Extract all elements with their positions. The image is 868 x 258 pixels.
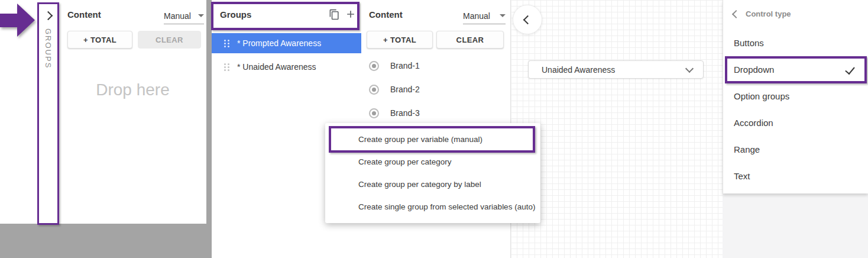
menu-item-create-single-group-auto[interactable]: Create single group from selected variab… xyxy=(325,195,540,218)
add-total-button[interactable]: + TOTAL xyxy=(367,31,433,49)
drop-here-placeholder: Drop here xyxy=(60,80,205,99)
group-item-prompted-awareness[interactable]: * Prompted Awareness xyxy=(212,33,361,53)
groups-rail[interactable]: GROUPS xyxy=(37,2,59,225)
annotation-arrow-tail xyxy=(0,14,18,27)
radio-label: Brand-2 xyxy=(390,85,420,94)
group-context-menu: Create group per variable (manual) Creat… xyxy=(325,123,540,223)
radio-option-brand-1[interactable]: Brand-1 xyxy=(369,56,420,76)
clear-button[interactable]: CLEAR xyxy=(436,31,504,49)
content-mode-select[interactable]: Manual xyxy=(463,8,506,24)
awareness-dropdown-value: Unaided Awareness xyxy=(542,65,615,75)
radio-option-brand-2[interactable]: Brand-2 xyxy=(369,79,420,99)
control-type-option-groups[interactable]: Option groups xyxy=(723,83,868,109)
control-type-label: Buttons xyxy=(734,38,764,48)
control-type-label: Text xyxy=(734,171,750,181)
radio-icon[interactable] xyxy=(369,108,379,118)
radio-option-brand-3[interactable]: Brand-3 xyxy=(369,103,420,123)
drag-handle-icon[interactable] xyxy=(224,63,229,71)
control-type-text[interactable]: Text xyxy=(723,163,868,189)
control-type-panel: Control type Buttons Dropdown Option gro… xyxy=(723,0,868,194)
dashboard-canvas: Unaided Awareness xyxy=(511,0,723,258)
control-type-label: Accordion xyxy=(734,118,773,128)
collapse-panel-button[interactable] xyxy=(513,5,542,34)
control-type-back[interactable]: Control type xyxy=(733,9,791,18)
control-type-label: Dropdown xyxy=(734,64,774,75)
radio-label: Brand-1 xyxy=(390,61,420,70)
group-item-unaided-awareness[interactable]: * Unaided Awareness xyxy=(212,57,361,76)
chevron-right-icon[interactable] xyxy=(44,11,53,21)
radio-icon[interactable] xyxy=(369,85,379,95)
content-mode-select[interactable]: Manual xyxy=(164,8,204,24)
menu-item-create-group-per-category-by-label[interactable]: Create group per category by label xyxy=(325,173,540,195)
control-type-buttons[interactable]: Buttons xyxy=(723,30,868,56)
groups-rail-label: GROUPS xyxy=(44,28,53,69)
groups-panel-title: Groups xyxy=(220,9,251,20)
add-total-button[interactable]: + TOTAL xyxy=(67,31,132,49)
clear-button-disabled: CLEAR xyxy=(138,31,201,49)
control-type-accordion[interactable]: Accordion xyxy=(723,109,868,136)
chevron-down-icon xyxy=(685,64,694,72)
content-panel-title: Content xyxy=(369,9,403,20)
awareness-dropdown-control[interactable]: Unaided Awareness xyxy=(528,60,704,79)
control-type-dropdown[interactable]: Dropdown xyxy=(723,56,868,83)
radio-label: Brand-3 xyxy=(390,108,420,118)
add-group-icon[interactable] xyxy=(344,8,357,21)
control-type-label: Option groups xyxy=(734,91,789,101)
checkmark-icon xyxy=(845,64,855,75)
chevron-left-icon xyxy=(732,9,740,18)
control-type-range[interactable]: Range xyxy=(723,136,868,163)
caret-down-icon xyxy=(500,14,506,17)
chevron-left-icon xyxy=(523,15,532,24)
menu-item-create-group-per-variable[interactable]: Create group per variable (manual) xyxy=(325,128,540,150)
annotation-arrow-head xyxy=(17,4,35,37)
control-type-label: Range xyxy=(734,144,760,154)
menu-item-create-group-per-category[interactable]: Create group per category xyxy=(325,150,540,173)
group-item-label: * Unaided Awareness xyxy=(237,62,316,72)
drag-handle-icon[interactable] xyxy=(224,40,229,47)
content-mode-value: Manual xyxy=(463,11,490,21)
app-screen: Content Manual + TOTAL CLEAR Drop here G… xyxy=(0,0,868,258)
duplicate-group-icon[interactable] xyxy=(328,8,341,21)
caret-down-icon xyxy=(198,14,204,17)
variables-panel-title: Content xyxy=(67,9,101,20)
content-mode-value: Manual xyxy=(164,11,191,21)
control-type-title: Control type xyxy=(746,9,791,18)
radio-icon[interactable] xyxy=(369,61,379,71)
group-item-label: * Prompted Awareness xyxy=(237,38,321,48)
annotation-arrow xyxy=(0,4,35,38)
control-type-zone: Control type Buttons Dropdown Option gro… xyxy=(723,0,868,258)
